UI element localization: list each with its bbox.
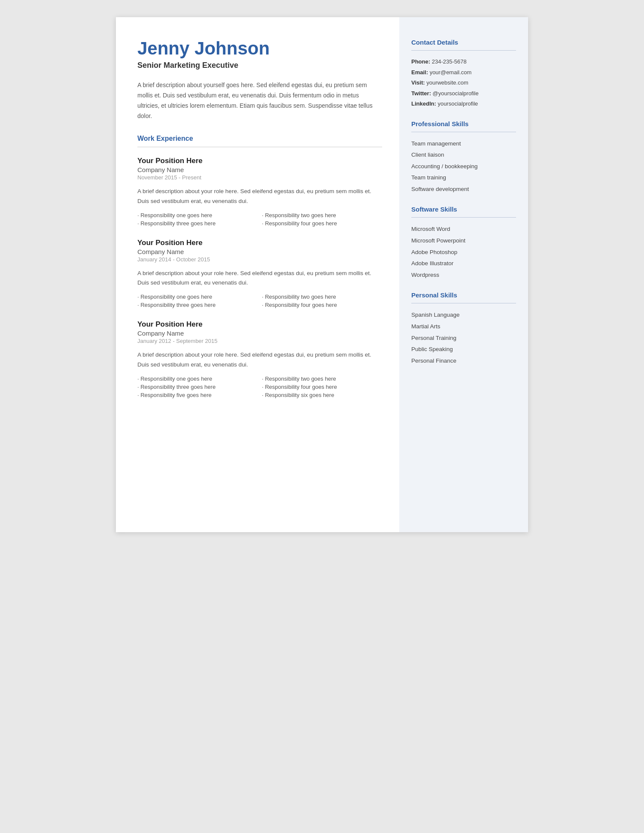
resp-item: Responsibility one goes here: [137, 376, 258, 382]
skill-item: Client liaison: [411, 150, 516, 160]
work-experience-divider: [137, 147, 382, 147]
skill-item: Software development: [411, 185, 516, 194]
job-block-2: Your Position Here Company Name January …: [137, 239, 382, 309]
resp-item: Responsibility three goes here: [137, 384, 258, 390]
skill-item: Microsoft Word: [411, 224, 516, 234]
job-2-company: Company Name: [137, 248, 382, 255]
professional-skills-section: Professional Skills Team management Clie…: [411, 120, 516, 194]
twitter-label: Twitter:: [411, 90, 431, 97]
software-skills-section: Software Skills Microsoft Word Microsoft…: [411, 206, 516, 279]
resp-item: Responsibility four goes here: [262, 220, 382, 227]
visit-value: yourwebsite.com: [426, 79, 468, 86]
job-2-position: Your Position Here: [137, 239, 382, 247]
skill-item: Adobe Photoshop: [411, 248, 516, 257]
job-title: Senior Marketing Executive: [137, 61, 382, 70]
personal-skills-divider: [411, 303, 516, 303]
resp-item: Responsibility two goes here: [262, 294, 382, 300]
software-skills-divider: [411, 217, 516, 218]
linkedin-label: LinkedIn:: [411, 100, 436, 107]
contact-section: Contact Details Phone: 234-235-5678 Emai…: [411, 39, 516, 108]
job-1-desc: A brief description about your role here…: [137, 187, 382, 206]
contact-item: LinkedIn: yoursocialprofile: [411, 100, 516, 108]
email-label: Email:: [411, 69, 428, 76]
email-value: your@email.com: [430, 69, 472, 76]
skill-item: Team training: [411, 173, 516, 182]
left-column: Jenny Johnson Senior Marketing Executive…: [116, 17, 399, 532]
contact-item: Phone: 234-235-5678: [411, 58, 516, 66]
resp-item: Responsibility three goes here: [137, 302, 258, 308]
professional-skills-divider: [411, 132, 516, 132]
skill-item: Personal Training: [411, 333, 516, 343]
linkedin-value: yoursocialprofile: [437, 100, 478, 107]
resp-item: Responsibility four goes here: [262, 302, 382, 308]
resp-item: Responsibility three goes here: [137, 220, 258, 227]
job-2-dates: January 2014 - October 2015: [137, 256, 382, 263]
contact-item: Email: your@email.com: [411, 68, 516, 77]
job-1-company: Company Name: [137, 166, 382, 173]
job-3-company: Company Name: [137, 330, 382, 337]
visit-label: Visit:: [411, 79, 425, 86]
job-1-responsibilities: Responsibility one goes here Responsibil…: [137, 212, 382, 227]
resp-item: Responsibility five goes here: [137, 392, 258, 398]
work-experience-title: Work Experience: [137, 135, 382, 142]
resp-item: Responsibility four goes here: [262, 384, 382, 390]
skill-item: Martial Arts: [411, 322, 516, 331]
twitter-value: @yoursocialprofile: [433, 90, 479, 97]
resp-item: Responsibility one goes here: [137, 294, 258, 300]
phone-value: 234-235-5678: [432, 58, 467, 65]
name: Jenny Johnson: [137, 39, 382, 58]
job-2-desc: A brief description about your role here…: [137, 269, 382, 288]
resp-item: Responsibility six goes here: [262, 392, 382, 398]
job-1-position: Your Position Here: [137, 157, 382, 165]
job-1-dates: November 2015 - Present: [137, 174, 382, 181]
skill-item: Public Speaking: [411, 345, 516, 354]
contact-item: Twitter: @yoursocialprofile: [411, 89, 516, 98]
work-experience-section: Work Experience: [137, 135, 382, 147]
job-3-responsibilities: Responsibility one goes here Responsibil…: [137, 376, 382, 398]
personal-skills-title: Personal Skills: [411, 291, 516, 299]
resp-item: Responsibility two goes here: [262, 376, 382, 382]
contact-section-title: Contact Details: [411, 39, 516, 46]
job-block-1: Your Position Here Company Name November…: [137, 157, 382, 227]
skill-item: Team management: [411, 139, 516, 148]
job-3-position: Your Position Here: [137, 320, 382, 329]
contact-divider: [411, 50, 516, 51]
personal-skills-section: Personal Skills Spanish Language Martial…: [411, 291, 516, 365]
skill-item: Microsoft Powerpoint: [411, 236, 516, 245]
job-3-dates: January 2012 - September 2015: [137, 338, 382, 344]
software-skills-title: Software Skills: [411, 206, 516, 213]
contact-item: Visit: yourwebsite.com: [411, 79, 516, 87]
resume-page: Jenny Johnson Senior Marketing Executive…: [116, 17, 528, 532]
resp-item: Responsibility two goes here: [262, 212, 382, 218]
job-2-responsibilities: Responsibility one goes here Responsibil…: [137, 294, 382, 308]
skill-item: Spanish Language: [411, 310, 516, 320]
phone-label: Phone:: [411, 58, 430, 65]
resp-item: Responsibility one goes here: [137, 212, 258, 218]
job-block-3: Your Position Here Company Name January …: [137, 320, 382, 398]
job-3-desc: A brief description about your role here…: [137, 350, 382, 370]
skill-item: Accounting / bookkeeping: [411, 162, 516, 171]
right-column: Contact Details Phone: 234-235-5678 Emai…: [399, 17, 528, 532]
skill-item: Wordpress: [411, 270, 516, 280]
skill-item: Personal Finance: [411, 356, 516, 366]
professional-skills-title: Professional Skills: [411, 120, 516, 127]
bio: A brief description about yourself goes …: [137, 80, 382, 121]
skill-item: Adobe Illustrator: [411, 259, 516, 268]
